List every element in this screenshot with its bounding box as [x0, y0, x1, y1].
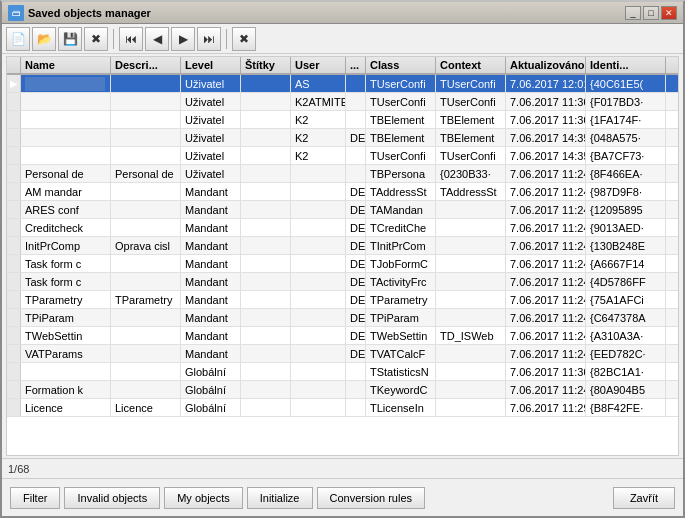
toolbar-first-button[interactable]: ⏮ — [119, 27, 143, 51]
table-cell: {B8F42FE· — [586, 399, 666, 416]
table-row[interactable]: ARES confMandantDEKTAMandan7.06.2017 11:… — [7, 201, 678, 219]
table-cell — [291, 291, 346, 308]
close-button[interactable]: Zavřít — [613, 487, 675, 509]
row-indicator — [7, 147, 21, 164]
table-cell: DEK — [346, 273, 366, 290]
table-cell: TUserConfi — [366, 75, 436, 92]
table-row[interactable]: UživatelK2TUserConfiTUserConfi7.06.2017 … — [7, 147, 678, 165]
table-row[interactable]: GlobálníTStatisticsN7.06.2017 11:30{82BC… — [7, 363, 678, 381]
table-cell — [436, 309, 506, 326]
table-cell: {4D5786FF — [586, 273, 666, 290]
name-input[interactable] — [25, 77, 105, 91]
table-row[interactable]: ▶UživatelASTUserConfiTUserConfi7.06.2017… — [7, 75, 678, 93]
window-title: Saved objects manager — [28, 7, 625, 19]
table-cell — [291, 237, 346, 254]
table-cell: TParametry — [111, 291, 181, 308]
table-cell — [21, 147, 111, 164]
table-row[interactable]: TPiParamMandantDEKTPiParam7.06.2017 11:2… — [7, 309, 678, 327]
table-row[interactable]: UživatelK2TBElementTBElement7.06.2017 11… — [7, 111, 678, 129]
toolbar-save-button[interactable]: 💾 — [58, 27, 82, 51]
table-cell: 7.06.2017 11:24 — [506, 237, 586, 254]
col-header-identi[interactable]: Identi... — [586, 57, 666, 73]
table-cell — [111, 255, 181, 272]
table-cell: 7.06.2017 11:24 — [506, 273, 586, 290]
row-indicator — [7, 381, 21, 398]
table-cell: DEK — [346, 219, 366, 236]
row-indicator — [7, 309, 21, 326]
table-cell: AS — [291, 75, 346, 92]
toolbar-delete-button[interactable]: ✖ — [84, 27, 108, 51]
maximize-button[interactable]: □ — [643, 6, 659, 20]
col-header-context[interactable]: Context — [436, 57, 506, 73]
table-cell — [346, 363, 366, 380]
table-row[interactable]: TWebSettinMandantDEKTWebSettinTD_ISWeb7.… — [7, 327, 678, 345]
col-header-level[interactable]: Level — [181, 57, 241, 73]
table-cell — [111, 201, 181, 218]
col-header-dots[interactable]: ... — [346, 57, 366, 73]
table-cell: Uživatel — [181, 93, 241, 110]
table-cell: Creditcheck — [21, 219, 111, 236]
table-row[interactable]: VATParamsMandantDEKTVATCalcF7.06.2017 11… — [7, 345, 678, 363]
table-row[interactable]: UživatelK2DEKTBElementTBElement7.06.2017… — [7, 129, 678, 147]
toolbar-next-button[interactable]: ▶ — [171, 27, 195, 51]
table-cell: 7.06.2017 11:29 — [506, 399, 586, 416]
col-header-name[interactable]: Name — [21, 57, 111, 73]
table-cell — [241, 309, 291, 326]
table-cell: 7.06.2017 11:24 — [506, 381, 586, 398]
row-indicator — [7, 255, 21, 272]
table-cell — [21, 363, 111, 380]
toolbar-prev-button[interactable]: ◀ — [145, 27, 169, 51]
table-cell: 7.06.2017 11:24 — [506, 345, 586, 362]
table-cell: Mandant — [181, 219, 241, 236]
table-row[interactable]: AM mandarMandantDEKTAddressStTAddressSt7… — [7, 183, 678, 201]
table-cell: 7.06.2017 11:24 — [506, 255, 586, 272]
table-cell: Mandant — [181, 273, 241, 290]
table-row[interactable]: Task form cMandantDEKTJobFormC7.06.2017 … — [7, 255, 678, 273]
table-cell: Mandant — [181, 327, 241, 344]
col-header-user[interactable]: User — [291, 57, 346, 73]
row-indicator — [7, 399, 21, 416]
toolbar-last-button[interactable]: ⏭ — [197, 27, 221, 51]
col-header-desc[interactable]: Descri... — [111, 57, 181, 73]
table-row[interactable]: Task form cMandantDEKTActivityFrc7.06.20… — [7, 273, 678, 291]
minimize-button[interactable]: _ — [625, 6, 641, 20]
table-row[interactable]: LicenceLicenceGlobálníTLicenseIn7.06.201… — [7, 399, 678, 417]
table-row[interactable]: CreditcheckMandantDEKTCreditChe7.06.2017… — [7, 219, 678, 237]
toolbar-open-button[interactable]: 📂 — [32, 27, 56, 51]
table-row[interactable]: UživatelK2ATMITECTUserConfiTUserConfi7.0… — [7, 93, 678, 111]
row-indicator: ▶ — [7, 75, 21, 92]
table-row[interactable]: Personal dePersonal deUživatelTBPersona{… — [7, 165, 678, 183]
filter-button[interactable]: Filter — [10, 487, 60, 509]
table-cell — [241, 93, 291, 110]
row-indicator — [7, 273, 21, 290]
table-cell — [291, 327, 346, 344]
col-header-stitky[interactable]: Štítky — [241, 57, 291, 73]
table-row[interactable]: InitPrCompOprava cislMandantDEKTInitPrCo… — [7, 237, 678, 255]
invalid-objects-button[interactable]: Invalid objects — [64, 487, 160, 509]
table-cell: TCreditChe — [366, 219, 436, 236]
table-cell: {C647378A — [586, 309, 666, 326]
col-header-updated[interactable]: Aktualizováno — [506, 57, 586, 73]
table-cell: TInitPrCom — [366, 237, 436, 254]
initialize-button[interactable]: Initialize — [247, 487, 313, 509]
table-cell: TAMandan — [366, 201, 436, 218]
table-cell: {12095895 — [586, 201, 666, 218]
table-row[interactable]: Formation kGlobálníTKeywordC7.06.2017 11… — [7, 381, 678, 399]
table-cell — [291, 363, 346, 380]
table-cell: TBPersona — [366, 165, 436, 182]
table-cell: TUserConfi — [366, 93, 436, 110]
conversion-rules-button[interactable]: Conversion rules — [317, 487, 426, 509]
table-cell: 7.06.2017 11:24 — [506, 201, 586, 218]
table-cell — [436, 399, 506, 416]
table-cell — [241, 255, 291, 272]
table-cell: Globální — [181, 399, 241, 416]
col-header-class[interactable]: Class — [366, 57, 436, 73]
toolbar-extra-button[interactable]: ✖ — [232, 27, 256, 51]
table-cell: 7.06.2017 11:24 — [506, 309, 586, 326]
close-title-button[interactable]: ✕ — [661, 6, 677, 20]
table-cell: {82BC1A1· — [586, 363, 666, 380]
toolbar-new-button[interactable]: 📄 — [6, 27, 30, 51]
my-objects-button[interactable]: My objects — [164, 487, 243, 509]
table-row[interactable]: TParametryTParametryMandantDEKTParametry… — [7, 291, 678, 309]
table-cell: {130B248E — [586, 237, 666, 254]
